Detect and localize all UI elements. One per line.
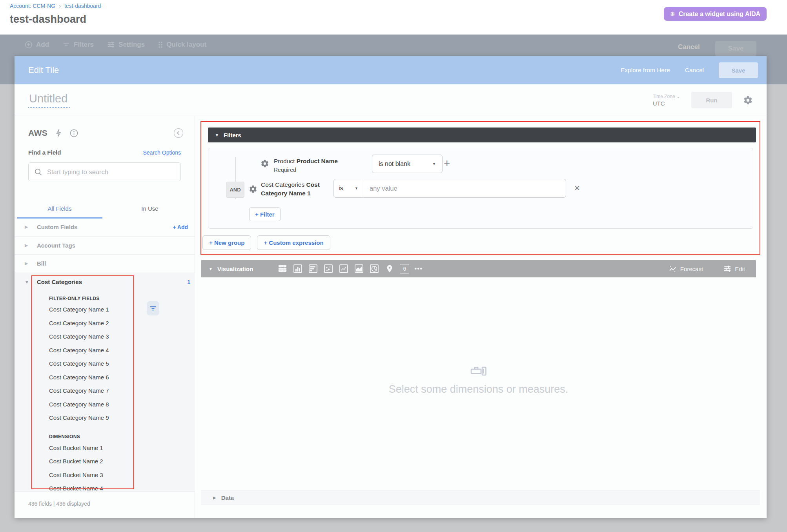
tile-name-input[interactable]: Untitled [28,92,70,108]
breadcrumb-account-link[interactable]: Account: CCM-NG [10,3,55,9]
add-custom-field-button[interactable]: + Add [173,224,188,230]
logic-operator-badge[interactable]: AND [226,182,244,198]
operator-dropdown[interactable]: is ▼ [333,179,363,198]
filter-field-label: Cost Categories Cost Category Name 1 [261,180,342,198]
section-account-tags[interactable]: ▶ Account Tags [15,237,195,255]
section-bill[interactable]: ▶ Bill [15,255,195,273]
page-title: test-dashboard [10,13,86,26]
drag-dots-icon [158,41,163,48]
empty-message: Select some dimensions or measures. [201,383,756,395]
explore-from-here-link[interactable]: Explore from Here [621,67,670,74]
dropdown-caret-icon: ▼ [355,186,358,190]
forecast-button[interactable]: Forecast [669,266,703,272]
toolbar-settings: Settings [107,41,145,49]
field-tabs: All Fields In Use [15,199,195,218]
search-options-link[interactable]: Search Options [143,149,181,156]
timezone-label: Time Zone ⌄ [653,94,680,99]
filter-icon [149,306,157,311]
dashboard-cancel-button: Cancel [678,43,700,51]
info-icon[interactable] [69,129,78,138]
filter-icon [62,42,70,48]
modal-cancel-button[interactable]: Cancel [685,67,704,74]
viz-column-chart-icon[interactable] [293,264,303,274]
new-group-button[interactable]: + New group [202,235,251,250]
field-search-box [28,162,181,181]
gear-icon[interactable] [261,159,269,168]
field-item[interactable]: Cost Bucket Name 2 [49,455,195,468]
timezone-selector[interactable]: Time Zone ⌄ UTC [653,94,680,107]
viz-scatter-icon[interactable] [323,264,333,274]
aida-sparkle-icon: ❋ [670,11,675,18]
field-item[interactable]: Cost Category Name 6 [49,370,195,384]
add-circle-icon [25,41,33,49]
viz-single-value-icon[interactable]: 6 [400,264,409,273]
filter-by-field-button[interactable] [147,301,159,315]
toolbar-filters: Filters [62,41,94,49]
cost-categories-header[interactable]: ▼ Cost Categories 1 [15,273,195,291]
modal-title: Edit Tile [28,65,59,75]
viz-bar-chart-icon[interactable] [308,264,318,274]
breadcrumb-separator-icon: › [59,2,61,9]
viz-empty-state: Select some dimensions or measures. [201,365,756,395]
field-item[interactable]: Cost Bucket Name 4 [49,482,195,492]
filter-value-input[interactable] [363,179,566,198]
chevron-down-icon: ▼ [209,267,213,271]
field-item[interactable]: Cost Category Name 5 [49,357,195,371]
modal-save-button[interactable]: Save [719,62,758,78]
filter-field-label: Product Product Name Required [274,157,368,174]
lightning-icon[interactable] [55,129,62,137]
tab-all-fields[interactable]: All Fields [15,199,105,218]
breadcrumb-dashboard-link[interactable]: test-dashboard [64,3,101,9]
field-item[interactable]: Cost Category Name 9 [49,411,195,425]
explore-name: AWS [28,128,47,138]
field-item[interactable]: Cost Category Name 8 [49,397,195,411]
chevron-right-icon: ▶ [25,243,37,248]
field-item[interactable]: Cost Category Name 1 [49,303,195,317]
tile-title-row: Untitled Time Zone ⌄ UTC Run [15,84,767,116]
field-item[interactable]: Cost Category Name 3 [49,330,195,344]
chevron-right-icon: ▶ [213,496,216,500]
viz-table-icon[interactable] [277,264,288,274]
sliders-icon [723,265,731,272]
field-search-input[interactable] [47,168,175,176]
create-widget-aida-button[interactable]: ❋ Create a widget using AIDA [664,7,767,21]
filter-only-fields-heading: FILTER-ONLY FIELDS [49,294,195,303]
remove-filter-icon[interactable]: ✕ [574,184,580,193]
section-custom-fields[interactable]: ▶ Custom Fields + Add [15,218,195,237]
chevron-down-icon: ▼ [25,280,37,284]
filters-section-header[interactable]: ▼ Filters [208,128,756,142]
edit-viz-button[interactable]: Edit [723,265,745,272]
run-button[interactable]: Run [691,92,732,108]
dashboard-toolbar: Add Filters Settings Quick layout [25,41,215,49]
data-section-header[interactable]: ▶ Data [201,490,760,505]
toolbar-quick-layout: Quick layout [158,41,206,49]
breadcrumb: Account: CCM-NG › test-dashboard [10,2,101,9]
field-item[interactable]: Cost Category Name 2 [49,316,195,330]
viz-area-chart-icon[interactable] [354,264,364,274]
collapse-sidebar-icon[interactable] [173,128,184,138]
gear-icon[interactable] [743,95,753,105]
add-condition-icon[interactable]: + [444,157,450,169]
viz-more-icon[interactable]: ••• [414,265,423,273]
add-filter-button[interactable]: + Filter [249,207,281,221]
aida-button-label: Create a widget using AIDA [679,11,760,18]
field-item[interactable]: Cost Category Name 4 [49,343,195,357]
field-item[interactable]: Cost Bucket Name 1 [49,441,195,455]
field-item[interactable]: Cost Bucket Name 3 [49,468,195,482]
viz-map-icon[interactable] [384,264,395,274]
visualization-section-header[interactable]: ▼ Visualization 6 ••• Forecast [201,260,756,277]
viz-pie-chart-icon[interactable] [369,264,379,274]
flashlight-icon [470,365,487,377]
modal-header: Edit Tile Explore from Here Cancel Save [15,56,767,84]
gear-icon[interactable] [249,185,257,193]
field-item[interactable]: Cost Category Name 7 [49,384,195,398]
tab-in-use[interactable]: In Use [105,199,195,218]
custom-expression-button[interactable]: + Custom expression [257,235,330,250]
viz-line-chart-icon[interactable] [339,264,349,274]
chevron-right-icon: ▶ [25,261,37,266]
filter-group: Product Product Name Required is not bla… [208,148,753,229]
section-cost-categories: ▼ Cost Categories 1 FILTER-ONLY FIELDS C… [15,273,195,492]
operator-dropdown[interactable]: is not blank ▼ [372,155,443,173]
find-a-field-label: Find a Field [28,149,61,156]
screen: Account: CCM-NG › test-dashboard test-da… [0,0,787,532]
